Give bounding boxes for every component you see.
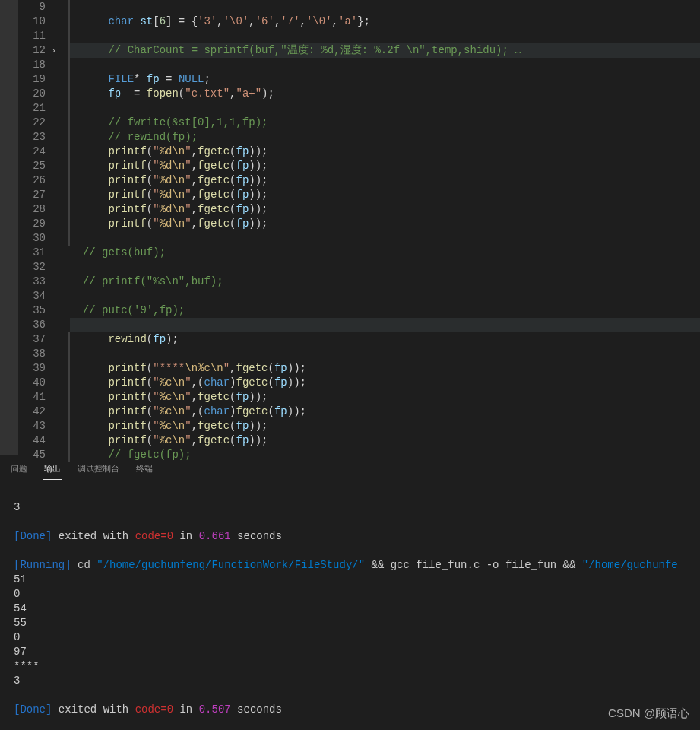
token-punct: , xyxy=(192,189,198,201)
line-number: 30 xyxy=(18,231,46,246)
token-fn: printf xyxy=(108,405,146,417)
token-punct: ( xyxy=(179,87,185,100)
line-number: 26 xyxy=(18,173,46,188)
line-number: 39 xyxy=(18,361,46,376)
token-fn: fgetc xyxy=(198,203,230,215)
token-fn: fgetc xyxy=(198,145,230,157)
panel-tab[interactable]: 问题 xyxy=(9,460,29,480)
code-line[interactable]: FILE* fp = NULL; xyxy=(70,72,700,87)
indent-guide xyxy=(68,173,70,188)
code-line[interactable]: printf("%c\n",(char)fgetc(fp)); xyxy=(70,405,700,419)
token-punct: ( xyxy=(147,391,153,403)
token-var: fp xyxy=(236,391,249,403)
line-number: 37 xyxy=(18,332,46,347)
output-content[interactable]: 3 [Done] exited with code=0 in 0.661 sec… xyxy=(0,480,700,723)
token-str: '7' xyxy=(280,15,299,27)
line-number: 43 xyxy=(18,419,46,433)
token-punct: )); xyxy=(249,145,268,157)
indent-guide xyxy=(68,101,70,116)
line-number: 22 xyxy=(18,116,46,130)
panel-tab[interactable]: 终端 xyxy=(135,460,154,480)
code-line[interactable]: // CharCount = sprintf(buf,"温度: %d,湿度: %… xyxy=(70,43,700,58)
token-fn: fgetc xyxy=(198,174,230,186)
line-number: 21 xyxy=(18,101,46,116)
code-line[interactable] xyxy=(70,58,700,72)
token-str: " xyxy=(185,145,191,157)
code-line[interactable]: // fwrite(&st[0],1,1,fp); xyxy=(70,116,700,130)
token-fn: fgetc xyxy=(236,405,268,417)
token-var: st xyxy=(140,15,153,27)
code-line[interactable]: printf("%d\n",fgetc(fp)); xyxy=(70,173,700,188)
code-line[interactable]: // printf("%s\n",buf); xyxy=(70,275,700,289)
token-punct: ( xyxy=(230,189,236,201)
token-fn: printf xyxy=(108,362,146,374)
token-punct: ( xyxy=(147,333,153,345)
token-punct: ( xyxy=(147,405,153,417)
code-line[interactable]: printf("%c\n",fgetc(fp)); xyxy=(70,390,700,405)
line-number: 20 xyxy=(18,87,46,101)
indent-guide xyxy=(68,231,70,246)
token-esc: %d\n xyxy=(160,189,185,201)
panel-tab[interactable]: 调试控制台 xyxy=(76,460,121,480)
token-var: fp xyxy=(236,420,249,432)
indent-guide xyxy=(68,405,70,419)
code-line[interactable]: fp = fopen("c.txt","a+"); xyxy=(70,87,700,101)
token-punct: )); xyxy=(249,391,268,403)
token-str: " xyxy=(185,189,191,201)
editor[interactable]: 9101112›18192021222324252627282930313233… xyxy=(0,0,700,455)
fold-chevron-icon[interactable]: › xyxy=(51,44,56,59)
code-line[interactable]: printf("%d\n",fgetc(fp)); xyxy=(70,217,700,231)
code-line[interactable] xyxy=(70,318,700,332)
token-punct: ( xyxy=(147,376,153,389)
token-var: fp xyxy=(236,203,249,215)
token-str: " xyxy=(153,376,159,389)
code-line[interactable]: printf("%d\n",fgetc(fp)); xyxy=(70,202,700,217)
code-line[interactable] xyxy=(70,260,700,275)
token-type: char xyxy=(204,376,230,389)
code-content[interactable]: char st[6] = {'3','\0','6','7','\0','a'}… xyxy=(58,0,700,455)
indent-guide xyxy=(68,202,70,217)
code-line[interactable] xyxy=(70,0,700,14)
indent-guide xyxy=(68,217,70,231)
code-line[interactable] xyxy=(70,231,700,246)
token-punct: , xyxy=(332,15,338,27)
token-punct: ( xyxy=(230,217,236,230)
token-cmt: // putc('9',fp); xyxy=(83,304,185,316)
token-punct: = xyxy=(160,73,179,85)
token-punct: = xyxy=(121,87,147,100)
code-line[interactable]: char st[6] = {'3','\0','6','7','\0','a'}… xyxy=(70,14,700,29)
code-line[interactable] xyxy=(70,347,700,361)
code-line[interactable]: printf("%c\n",fgetc(fp)); xyxy=(70,419,700,433)
line-number: 19 xyxy=(18,72,46,87)
token-var: fp xyxy=(108,87,121,100)
token-var: fp xyxy=(236,145,249,157)
code-line[interactable]: // putc('9',fp); xyxy=(70,303,700,318)
line-number: 34 xyxy=(18,289,46,303)
token-var: fp xyxy=(236,217,249,230)
code-line[interactable]: printf("%d\n",fgetc(fp)); xyxy=(70,144,700,159)
panel-tab[interactable]: 输出 xyxy=(43,460,62,480)
code-line[interactable]: printf("****\n%c\n",fgetc(fp)); xyxy=(70,361,700,376)
token-var: fp xyxy=(236,160,249,172)
code-line[interactable]: // gets(buf); xyxy=(70,246,700,260)
code-line[interactable]: // fgetc(fp); xyxy=(70,448,700,462)
line-number: 27 xyxy=(18,188,46,202)
code-line[interactable]: printf("%d\n",fgetc(fp)); xyxy=(70,188,700,202)
indent-guide xyxy=(68,130,70,144)
line-number: 41 xyxy=(18,390,46,405)
indent-guide xyxy=(68,43,70,58)
code-line[interactable] xyxy=(70,101,700,116)
code-line[interactable]: printf("%c\n",(char)fgetc(fp)); xyxy=(70,376,700,390)
code-line[interactable]: printf("%c\n",fgetc(fp)); xyxy=(70,433,700,448)
token-esc: %d\n xyxy=(160,145,185,157)
code-line[interactable] xyxy=(70,29,700,43)
code-line[interactable] xyxy=(70,289,700,303)
code-line[interactable]: // rewind(fp); xyxy=(70,130,700,144)
token-fn: printf xyxy=(108,174,146,186)
token-punct: )); xyxy=(287,362,306,374)
token-punct: ( xyxy=(230,203,236,215)
code-line[interactable]: rewind(fp); xyxy=(70,332,700,347)
indent-guide xyxy=(68,14,70,29)
code-line[interactable]: printf("%d\n",fgetc(fp)); xyxy=(70,159,700,173)
token-fn: fgetc xyxy=(198,217,230,230)
